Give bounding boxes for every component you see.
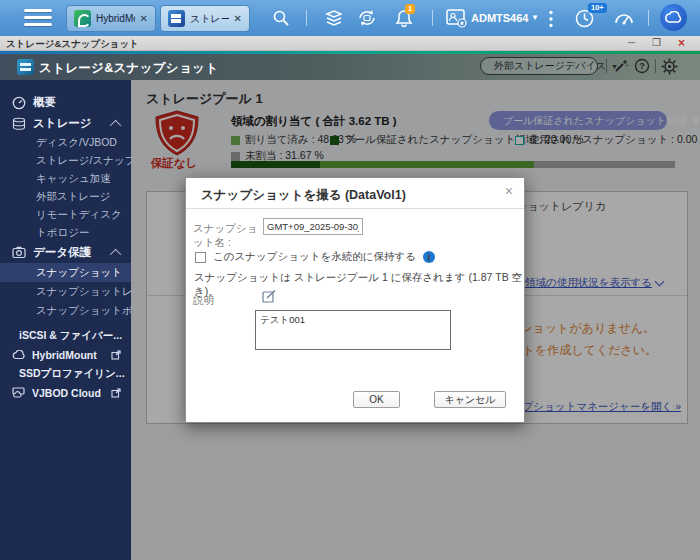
pool-title: ストレージプール 1 (146, 90, 263, 108)
legend-chip (231, 136, 240, 145)
external-link-icon (111, 350, 121, 360)
legend-chip (515, 136, 524, 145)
sidebar-link-vjbod-cloud[interactable]: VJBOD Cloud (0, 383, 131, 402)
sidebar-item-snapshot-vault[interactable]: スナップショットボールト (0, 301, 131, 320)
divider (186, 208, 524, 209)
collapse-caret-icon[interactable] (110, 119, 121, 130)
sidebar-label: 概要 (33, 95, 56, 110)
help-icon[interactable]: ? (634, 58, 650, 74)
maximize-button[interactable]: ❐ (652, 37, 661, 49)
app-title: ストレージ&スナップショット (39, 60, 218, 77)
desktop-taskbar: HybridMount ✕ ストレー... ✕ 1 ADMTS464 ▼ (0, 0, 700, 36)
user-name[interactable]: ADMTS464 (471, 12, 528, 24)
gear-icon[interactable] (661, 58, 678, 75)
caret-down-icon: ▼ (691, 115, 700, 126)
allocation-bar-segment (534, 161, 675, 168)
cancel-button[interactable]: キャンセル (434, 391, 506, 408)
app-icon (17, 59, 34, 75)
close-tab-icon[interactable]: ✕ (140, 13, 148, 24)
guaranteed-snapshot-space-button[interactable]: プール保証されたスナップショット領域 ▼ (489, 111, 667, 130)
myqnapcloud-icon[interactable] (660, 4, 687, 31)
sidebar-item-topology[interactable]: トポロジー (0, 224, 131, 242)
shield-status-label: 保証なし (139, 156, 209, 171)
wizard-icon[interactable] (613, 58, 629, 74)
minimize-button[interactable]: ─ (628, 37, 635, 49)
keep-snapshot-checkbox[interactable] (195, 252, 206, 263)
tab-label: ストレー... (190, 12, 229, 26)
keep-snapshot-label: このスナップショットを永続的に保持する (213, 250, 416, 264)
svg-text:?: ? (639, 61, 645, 71)
storage-location-note: スナップショットは ストレージプール 1 に保存されます (1.87 TB 空き… (194, 271, 524, 299)
divider (655, 59, 656, 73)
collapse-caret-icon[interactable] (110, 248, 121, 259)
divider (432, 10, 433, 26)
notification-badge: 1 (405, 4, 415, 14)
take-snapshot-dialog: スナップショットを撮る (DataVol1) × スナップショット名 : このス… (185, 177, 525, 423)
sidebar-item-snapshot[interactable]: スナップショット (0, 263, 131, 282)
tab-label: HybridMount (96, 13, 135, 24)
description-textarea[interactable]: テスト001 (255, 310, 451, 350)
background-tasks-icon[interactable] (324, 8, 344, 28)
snapshot-name-input[interactable] (263, 218, 363, 235)
gauge-icon (12, 96, 26, 110)
recent-tasks-badge: 10+ (588, 3, 607, 13)
sidebar-item-snapshot-replica[interactable]: スナップショットレプリカ (0, 282, 131, 301)
chevron-down-icon (655, 277, 665, 287)
close-tab-icon[interactable]: ✕ (234, 13, 242, 24)
snapshot-name-label: スナップショット名 : (193, 222, 263, 250)
sidebar-item-overview[interactable]: 概要 (0, 92, 131, 113)
main-menu-icon[interactable] (24, 9, 52, 27)
window-title: ストレージ&スナップショット (6, 38, 139, 51)
window-titlebar[interactable]: ストレージ&スナップショット ─ ❐ × (0, 36, 700, 51)
taskbar-tab-hybridmount[interactable]: HybridMount ✕ (66, 5, 156, 32)
edit-icon[interactable] (262, 289, 277, 304)
description-label: 説明 (193, 294, 214, 308)
show-space-usage-link[interactable]: 領域の使用状況を表示する (525, 276, 663, 290)
ok-button[interactable]: OK (353, 391, 400, 408)
dialog-title: スナップショットを撮る (DataVol1) (201, 187, 406, 204)
more-dots-icon[interactable] (548, 10, 554, 28)
storage-app-icon (168, 10, 185, 27)
allocation-bar-segment (320, 161, 535, 168)
dashboard-icon[interactable] (614, 9, 634, 27)
divider (306, 10, 307, 26)
user-icon[interactable] (446, 9, 468, 28)
sidebar: 概要 ストレージ ディスク/VJBOD ストレージ/スナップショ... キャッシ… (0, 80, 131, 560)
sidebar-label: データ保護 (33, 245, 91, 260)
sync-icon[interactable] (356, 8, 378, 28)
hybridmount-app-icon (74, 10, 91, 27)
storage-stack-icon (12, 117, 26, 131)
legend-used-snapshot: 使用されたスナップショット : 0.00 % (515, 133, 700, 147)
close-window-button[interactable]: × (678, 37, 685, 49)
vjbod-cloud-icon (12, 387, 25, 398)
close-dialog-icon[interactable]: × (505, 183, 513, 199)
sidebar-link-ssd-profiling[interactable]: SSDプロファイリン... (0, 364, 131, 383)
sidebar-item-data-protection[interactable]: データ保護 (0, 242, 131, 263)
sidebar-link-iscsi[interactable]: iSCSI & ファイバー... (0, 326, 131, 345)
search-icon[interactable] (272, 9, 290, 27)
external-link-icon (111, 388, 121, 398)
legend-chip (231, 152, 240, 161)
taskbar-tab-storage[interactable]: ストレー... ✕ (160, 5, 250, 32)
external-storage-label: 外部ストレージデバイス (494, 59, 606, 73)
sidebar-item-remote-disk[interactable]: リモートディスク (0, 206, 131, 224)
sidebar-link-hybridmount[interactable]: HybridMount (0, 345, 131, 364)
sidebar-label: ストレージ (33, 116, 92, 131)
legend-chip (330, 136, 339, 145)
data-protection-icon (12, 246, 26, 259)
allocation-bar (231, 161, 675, 168)
sidebar-item-external-storage[interactable]: 外部ストレージ (0, 188, 131, 206)
divider (648, 10, 649, 26)
sidebar-item-storage[interactable]: ストレージ (0, 113, 131, 134)
external-storage-device-button[interactable]: 外部ストレージデバイス ▼ (480, 57, 598, 75)
sidebar-item-disks-vjbod[interactable]: ディスク/VJBOD (0, 134, 131, 152)
user-menu-caret-icon[interactable]: ▼ (531, 13, 539, 22)
keep-snapshot-row: このスナップショットを永続的に保持する i (195, 250, 435, 264)
sidebar-item-cache-acceleration[interactable]: キャッシュ加速 (0, 170, 131, 188)
sidebar-item-storage-snapshots[interactable]: ストレージ/スナップショ... (0, 152, 131, 170)
allocation-bar-segment (231, 161, 320, 168)
allocation-title: 領域の割り当て ( 合計 3.62 TB ) (231, 114, 397, 129)
qts-desktop: HybridMount ✕ ストレー... ✕ 1 ADMTS464 ▼ (0, 0, 700, 560)
no-guarantee-shield-icon (153, 110, 201, 156)
info-icon[interactable]: i (423, 251, 435, 263)
